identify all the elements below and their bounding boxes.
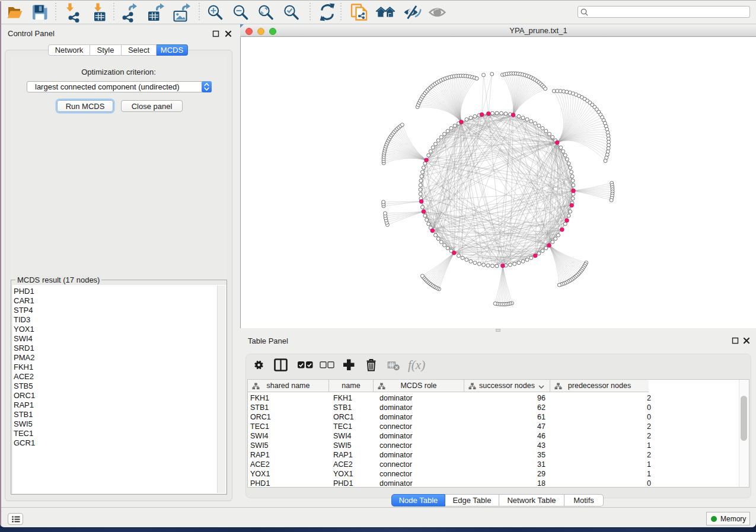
svg-text:f(x): f(x) (408, 358, 425, 372)
